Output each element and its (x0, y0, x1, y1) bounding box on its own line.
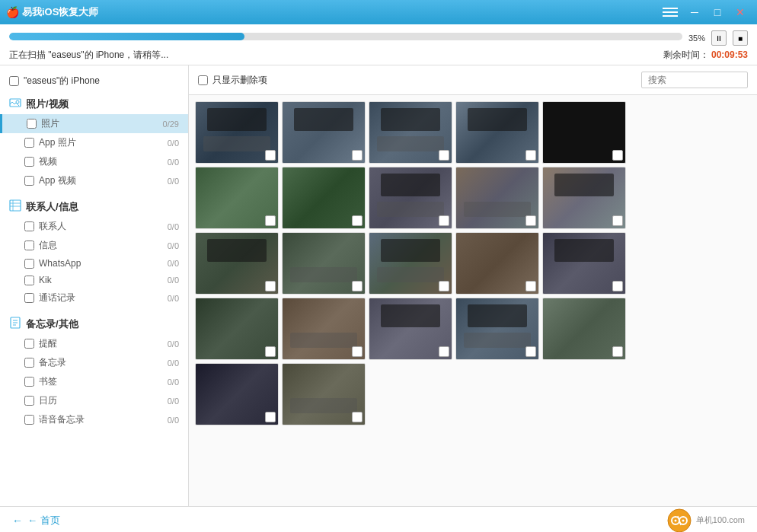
bottom-logo: 单机100.com (667, 508, 745, 533)
kik-checkbox[interactable] (24, 276, 34, 285)
photo-checkbox[interactable] (612, 281, 623, 291)
photo-cell[interactable] (455, 101, 539, 164)
progress-area: 35% ⏸ ■ 正在扫描 "easeus"的 iPhone，请稍等... 剩余时… (0, 24, 757, 65)
home-link[interactable]: ← ← 首页 (12, 514, 60, 527)
pause-button[interactable]: ⏸ (711, 30, 727, 46)
sidebar-contacts-count: 0/0 (168, 222, 179, 231)
photo-cell[interactable] (455, 232, 539, 295)
photo-cell[interactable] (195, 101, 279, 164)
device-checkbox[interactable] (9, 76, 19, 86)
videos-checkbox[interactable] (24, 157, 34, 167)
show-deleted-label[interactable]: 只显示删除项 (198, 74, 267, 87)
photo-checkbox[interactable] (525, 281, 536, 291)
photo-cell[interactable] (542, 298, 626, 360)
sidebar-calendar-count: 0/0 (168, 397, 179, 406)
photo-checkbox[interactable] (265, 346, 276, 357)
photo-cell[interactable] (195, 232, 279, 295)
calllog-checkbox[interactable] (24, 293, 34, 303)
bookmarks-checkbox[interactable] (24, 377, 34, 387)
photo-checkbox[interactable] (439, 215, 449, 226)
photo-checkbox[interactable] (265, 215, 276, 226)
photo-checkbox[interactable] (525, 346, 536, 357)
photo-cell[interactable] (455, 298, 539, 360)
sidebar-item-app-photos[interactable]: App 照片 0/0 (0, 133, 188, 152)
sidebar: "easeus"的 iPhone 照片/视频 照片 0/29 App 照片 0/… (0, 65, 189, 506)
sidebar-messages-label: 信息 (39, 239, 163, 252)
photo-checkbox[interactable] (612, 346, 623, 357)
sidebar-item-voice-memos[interactable]: 语音备忘录 0/0 (0, 410, 188, 429)
photo-checkbox[interactable] (612, 150, 623, 161)
photo-checkbox[interactable] (265, 150, 276, 161)
close-button[interactable]: ✕ (730, 4, 751, 21)
photo-cell[interactable] (369, 298, 452, 360)
photo-cell[interactable] (195, 363, 279, 425)
photo-checkbox[interactable] (352, 215, 363, 226)
photo-checkbox[interactable] (352, 412, 363, 422)
sidebar-reminders-label: 提醒 (39, 337, 163, 350)
app-photos-checkbox[interactable] (24, 138, 34, 148)
notes-checkbox[interactable] (24, 358, 34, 368)
sidebar-whatsapp-label: WhatsApp (39, 258, 163, 269)
reminders-checkbox[interactable] (24, 339, 34, 349)
photo-cell[interactable] (369, 167, 452, 229)
photo-cell[interactable] (542, 232, 626, 295)
remaining-time: 剩余时间： 00:09:53 (663, 49, 748, 62)
photo-checkbox[interactable] (352, 150, 363, 161)
whatsapp-checkbox[interactable] (24, 259, 34, 269)
sidebar-item-kik[interactable]: Kik 0/0 (0, 272, 188, 288)
minimize-button[interactable]: ─ (684, 4, 705, 21)
photos-checkbox[interactable] (27, 119, 37, 129)
photo-cell[interactable] (282, 167, 366, 229)
sidebar-item-calendar[interactable]: 日历 0/0 (0, 391, 188, 410)
calendar-checkbox[interactable] (24, 396, 34, 406)
sidebar-section-contacts[interactable]: 联系人/信息 (0, 196, 188, 217)
progress-percent: 35% (688, 33, 705, 43)
photo-cell[interactable] (542, 167, 626, 229)
stop-button[interactable]: ■ (733, 30, 748, 46)
photo-cell[interactable] (195, 298, 279, 360)
photo-cell[interactable] (455, 167, 539, 229)
photo-cell[interactable] (195, 167, 279, 229)
sidebar-item-photos[interactable]: 照片 0/29 (0, 114, 188, 133)
photo-cell[interactable] (282, 363, 366, 425)
sidebar-section-notes[interactable]: 备忘录/其他 (0, 314, 188, 334)
sidebar-voice-memos-count: 0/0 (168, 416, 179, 425)
contacts-checkbox[interactable] (24, 221, 34, 231)
search-input[interactable] (641, 72, 748, 88)
sidebar-item-contacts[interactable]: 联系人 0/0 (0, 217, 188, 236)
sidebar-item-bookmarks[interactable]: 书签 0/0 (0, 372, 188, 391)
sidebar-item-notes[interactable]: 备忘录 0/0 (0, 353, 188, 372)
photo-cell[interactable] (282, 298, 366, 360)
sidebar-item-reminders[interactable]: 提醒 0/0 (0, 334, 188, 353)
app-videos-checkbox[interactable] (24, 176, 34, 186)
photo-checkbox[interactable] (439, 150, 449, 161)
photo-cell[interactable] (282, 232, 366, 295)
photo-checkbox[interactable] (265, 412, 276, 422)
sidebar-item-videos[interactable]: 视频 0/0 (0, 152, 188, 171)
photo-checkbox[interactable] (352, 281, 363, 291)
photo-cell[interactable] (369, 232, 452, 295)
messages-checkbox[interactable] (24, 241, 34, 250)
photo-checkbox[interactable] (612, 215, 623, 226)
photo-checkbox[interactable] (439, 281, 449, 291)
photo-cell[interactable] (282, 101, 366, 164)
photo-cell[interactable] (369, 101, 452, 164)
sidebar-section-photos[interactable]: 照片/视频 (0, 94, 188, 114)
sidebar-item-app-videos[interactable]: App 视频 0/0 (0, 171, 188, 190)
sidebar-item-whatsapp[interactable]: WhatsApp 0/0 (0, 255, 188, 272)
sidebar-item-calllog[interactable]: 通话记录 0/0 (0, 288, 188, 307)
device-label: "easeus"的 iPhone (24, 75, 100, 88)
titlebar-menu-button[interactable] (660, 4, 681, 21)
sidebar-item-messages[interactable]: 信息 0/0 (0, 236, 188, 255)
photo-checkbox[interactable] (352, 346, 363, 357)
voice-memos-checkbox[interactable] (24, 415, 34, 425)
photo-checkbox[interactable] (265, 281, 276, 291)
photo-cell[interactable] (542, 101, 626, 164)
show-deleted-checkbox[interactable] (198, 75, 208, 85)
sidebar-videos-count: 0/0 (168, 158, 179, 167)
photo-checkbox[interactable] (525, 150, 536, 161)
photo-checkbox[interactable] (525, 215, 536, 226)
photo-checkbox[interactable] (439, 346, 449, 357)
maximize-button[interactable]: □ (707, 4, 728, 21)
photo-row (195, 101, 751, 164)
